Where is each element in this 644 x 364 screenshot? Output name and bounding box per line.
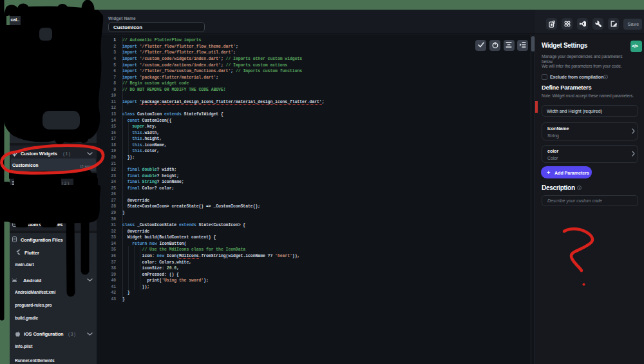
svg-text:cal..: cal.. bbox=[11, 17, 20, 22]
